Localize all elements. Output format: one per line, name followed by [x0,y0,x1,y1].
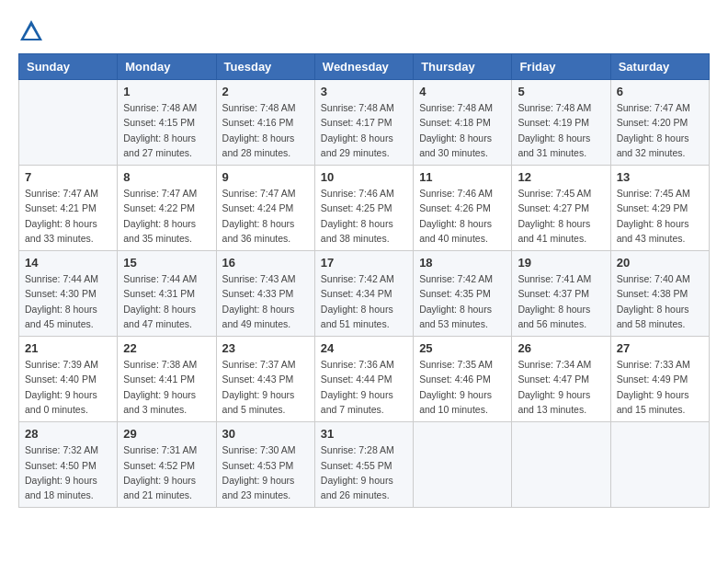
col-header-sunday: Sunday [19,54,118,80]
calendar-cell [414,422,512,508]
calendar-cell: 30Sunrise: 7:30 AM Sunset: 4:53 PM Dayli… [216,422,314,508]
calendar-cell [512,422,610,508]
calendar-cell: 28Sunrise: 7:32 AM Sunset: 4:50 PM Dayli… [19,422,118,508]
day-number: 24 [321,341,407,355]
calendar-cell: 13Sunrise: 7:45 AM Sunset: 4:29 PM Dayli… [610,166,709,251]
calendar-cell: 17Sunrise: 7:42 AM Sunset: 4:34 PM Dayli… [314,251,413,337]
day-info: Sunrise: 7:48 AM Sunset: 4:19 PM Dayligh… [518,100,604,160]
calendar-week-4: 21Sunrise: 7:39 AM Sunset: 4:40 PM Dayli… [19,337,710,422]
col-header-saturday: Saturday [610,54,709,80]
day-info: Sunrise: 7:46 AM Sunset: 4:25 PM Dayligh… [321,186,407,246]
day-info: Sunrise: 7:47 AM Sunset: 4:24 PM Dayligh… [222,186,309,246]
day-number: 15 [123,256,210,270]
calendar-cell: 3Sunrise: 7:48 AM Sunset: 4:17 PM Daylig… [314,80,413,166]
day-info: Sunrise: 7:30 AM Sunset: 4:53 PM Dayligh… [222,442,309,502]
calendar-week-5: 28Sunrise: 7:32 AM Sunset: 4:50 PM Dayli… [19,422,710,508]
day-info: Sunrise: 7:31 AM Sunset: 4:52 PM Dayligh… [123,442,210,502]
day-number: 22 [123,341,210,355]
day-number: 5 [518,85,604,98]
calendar-cell: 10Sunrise: 7:46 AM Sunset: 4:25 PM Dayli… [314,166,413,251]
calendar-cell: 7Sunrise: 7:47 AM Sunset: 4:21 PM Daylig… [19,166,118,251]
calendar-week-2: 7Sunrise: 7:47 AM Sunset: 4:21 PM Daylig… [19,166,710,251]
day-number: 7 [25,170,111,184]
day-info: Sunrise: 7:32 AM Sunset: 4:50 PM Dayligh… [25,442,111,502]
day-info: Sunrise: 7:41 AM Sunset: 4:37 PM Dayligh… [518,271,604,331]
day-info: Sunrise: 7:48 AM Sunset: 4:17 PM Dayligh… [321,100,407,160]
day-info: Sunrise: 7:47 AM Sunset: 4:20 PM Dayligh… [617,100,703,160]
logo [18,18,46,44]
day-number: 18 [419,256,506,270]
calendar-cell: 6Sunrise: 7:47 AM Sunset: 4:20 PM Daylig… [610,80,709,166]
day-info: Sunrise: 7:43 AM Sunset: 4:33 PM Dayligh… [222,271,309,331]
day-info: Sunrise: 7:36 AM Sunset: 4:44 PM Dayligh… [321,357,407,417]
calendar-cell: 26Sunrise: 7:34 AM Sunset: 4:47 PM Dayli… [512,337,610,422]
calendar-cell: 2Sunrise: 7:48 AM Sunset: 4:16 PM Daylig… [216,80,314,166]
day-number: 6 [617,85,703,98]
day-number: 11 [419,170,506,184]
day-number: 13 [617,170,703,184]
day-info: Sunrise: 7:33 AM Sunset: 4:49 PM Dayligh… [617,357,703,417]
day-number: 27 [617,341,703,355]
day-number: 1 [123,85,210,98]
day-number: 14 [25,256,111,270]
day-info: Sunrise: 7:34 AM Sunset: 4:47 PM Dayligh… [518,357,604,417]
calendar-table: SundayMondayTuesdayWednesdayThursdayFrid… [18,53,710,508]
day-info: Sunrise: 7:40 AM Sunset: 4:38 PM Dayligh… [617,271,703,331]
col-header-tuesday: Tuesday [216,54,314,80]
calendar-cell: 22Sunrise: 7:38 AM Sunset: 4:41 PM Dayli… [118,337,216,422]
calendar-cell: 15Sunrise: 7:44 AM Sunset: 4:31 PM Dayli… [118,251,216,337]
calendar-cell: 25Sunrise: 7:35 AM Sunset: 4:46 PM Dayli… [414,337,512,422]
day-number: 23 [222,341,309,355]
day-info: Sunrise: 7:42 AM Sunset: 4:35 PM Dayligh… [419,271,506,331]
day-number: 3 [321,85,407,98]
day-number: 31 [321,427,407,441]
calendar-cell: 31Sunrise: 7:28 AM Sunset: 4:55 PM Dayli… [314,422,413,508]
day-info: Sunrise: 7:48 AM Sunset: 4:15 PM Dayligh… [123,100,210,160]
calendar-cell: 1Sunrise: 7:48 AM Sunset: 4:15 PM Daylig… [118,80,216,166]
day-info: Sunrise: 7:48 AM Sunset: 4:16 PM Dayligh… [222,100,309,160]
day-number: 9 [222,170,309,184]
calendar-cell: 24Sunrise: 7:36 AM Sunset: 4:44 PM Dayli… [314,337,413,422]
day-number: 10 [321,170,407,184]
calendar-cell: 19Sunrise: 7:41 AM Sunset: 4:37 PM Dayli… [512,251,610,337]
calendar-cell: 27Sunrise: 7:33 AM Sunset: 4:49 PM Dayli… [610,337,709,422]
calendar-cell: 11Sunrise: 7:46 AM Sunset: 4:26 PM Dayli… [414,166,512,251]
logo-icon [18,18,44,44]
col-header-friday: Friday [512,54,610,80]
day-info: Sunrise: 7:39 AM Sunset: 4:40 PM Dayligh… [25,357,111,417]
day-number: 26 [518,341,604,355]
day-number: 19 [518,256,604,270]
col-header-wednesday: Wednesday [314,54,413,80]
calendar-cell: 9Sunrise: 7:47 AM Sunset: 4:24 PM Daylig… [216,166,314,251]
day-info: Sunrise: 7:35 AM Sunset: 4:46 PM Dayligh… [419,357,506,417]
day-number: 20 [617,256,703,270]
day-info: Sunrise: 7:47 AM Sunset: 4:21 PM Dayligh… [25,186,111,246]
calendar-cell: 5Sunrise: 7:48 AM Sunset: 4:19 PM Daylig… [512,80,610,166]
calendar-cell [19,80,118,166]
day-number: 2 [222,85,309,98]
day-info: Sunrise: 7:47 AM Sunset: 4:22 PM Dayligh… [123,186,210,246]
calendar-cell: 14Sunrise: 7:44 AM Sunset: 4:30 PM Dayli… [19,251,118,337]
calendar-cell [610,422,709,508]
day-number: 29 [123,427,210,441]
calendar-cell: 16Sunrise: 7:43 AM Sunset: 4:33 PM Dayli… [216,251,314,337]
calendar-cell: 29Sunrise: 7:31 AM Sunset: 4:52 PM Dayli… [118,422,216,508]
day-info: Sunrise: 7:44 AM Sunset: 4:31 PM Dayligh… [123,271,210,331]
day-info: Sunrise: 7:28 AM Sunset: 4:55 PM Dayligh… [321,442,407,502]
col-header-monday: Monday [118,54,216,80]
col-header-thursday: Thursday [414,54,512,80]
day-number: 12 [518,170,604,184]
day-number: 4 [419,85,506,98]
calendar-cell: 18Sunrise: 7:42 AM Sunset: 4:35 PM Dayli… [414,251,512,337]
day-info: Sunrise: 7:42 AM Sunset: 4:34 PM Dayligh… [321,271,407,331]
page-header [18,18,710,44]
calendar-week-1: 1Sunrise: 7:48 AM Sunset: 4:15 PM Daylig… [19,80,710,166]
calendar-week-3: 14Sunrise: 7:44 AM Sunset: 4:30 PM Dayli… [19,251,710,337]
day-info: Sunrise: 7:44 AM Sunset: 4:30 PM Dayligh… [25,271,111,331]
day-info: Sunrise: 7:48 AM Sunset: 4:18 PM Dayligh… [419,100,506,160]
header-row: SundayMondayTuesdayWednesdayThursdayFrid… [19,54,710,80]
day-info: Sunrise: 7:38 AM Sunset: 4:41 PM Dayligh… [123,357,210,417]
calendar-cell: 4Sunrise: 7:48 AM Sunset: 4:18 PM Daylig… [414,80,512,166]
day-number: 30 [222,427,309,441]
calendar-cell: 21Sunrise: 7:39 AM Sunset: 4:40 PM Dayli… [19,337,118,422]
